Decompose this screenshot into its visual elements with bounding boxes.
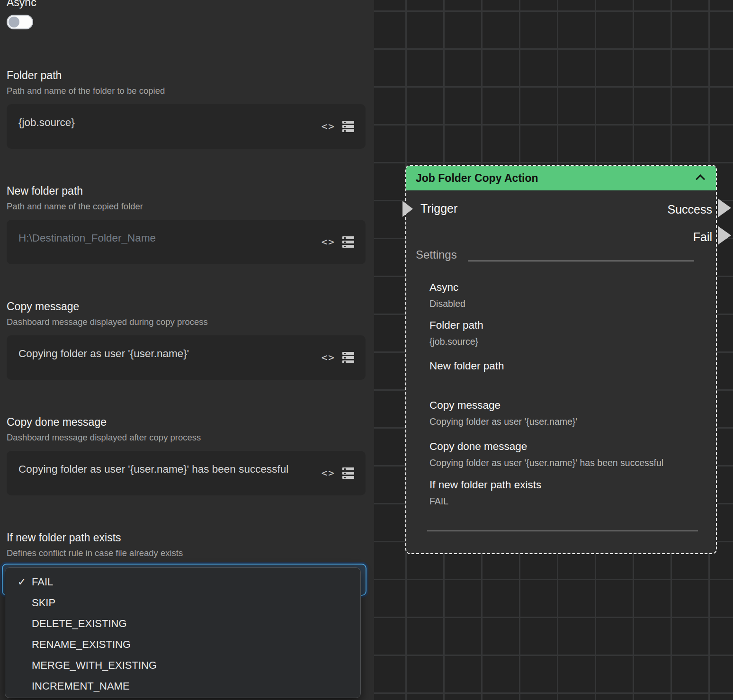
success-port-label: Success: [668, 203, 712, 216]
node-setting-copy-message: Copy message Copying folder as user '{us…: [429, 399, 706, 427]
dropdown-option-rename-existing[interactable]: RENAME_EXISTING: [5, 634, 360, 655]
folder-path-label: Folder path: [7, 69, 62, 82]
copy-message-value[interactable]: Copying folder as user '{user.name}': [18, 345, 313, 362]
new-folder-path-placeholder[interactable]: H:\Destination_Folder_Name: [18, 230, 313, 247]
variable-list-icon[interactable]: [342, 352, 354, 363]
job-folder-copy-action-node[interactable]: Job Folder Copy Action Trigger Success F…: [405, 165, 717, 554]
settings-section-label: Settings: [416, 248, 457, 261]
dropdown-option-skip[interactable]: SKIP: [5, 592, 360, 613]
input-actions: <>: [322, 352, 354, 363]
copy-done-message-value[interactable]: Copying folder as user '{user.name}' has…: [18, 461, 313, 478]
node-title: Job Folder Copy Action: [416, 172, 538, 185]
variable-list-icon[interactable]: [342, 236, 354, 248]
folder-path-description: Path and name of the folder to be copied: [7, 86, 165, 96]
copy-message-input[interactable]: Copying folder as user '{user.name}' <>: [7, 335, 366, 380]
node-header[interactable]: Job Folder Copy Action: [406, 166, 716, 190]
copy-message-label: Copy message: [7, 300, 79, 313]
dropdown-option-merge-with-existing[interactable]: MERGE_WITH_EXISTING: [5, 655, 360, 676]
trigger-port-arrow-icon[interactable]: [402, 201, 413, 217]
copy-done-message-label: Copy done message: [7, 416, 107, 429]
node-setting-copy-done-message: Copy done message Copying folder as user…: [429, 440, 706, 468]
new-folder-path-description: Path and name of the copied folder: [7, 201, 143, 212]
new-folder-path-label: New folder path: [7, 185, 83, 197]
expression-icon[interactable]: <>: [322, 122, 335, 132]
node-setting-folder-path: Folder path {job.source}: [429, 319, 706, 347]
expression-icon[interactable]: <>: [322, 353, 335, 363]
copy-done-message-input[interactable]: Copying folder as user '{user.name}' has…: [7, 451, 366, 495]
trigger-port-label: Trigger: [420, 202, 457, 215]
node-footer-divider: [427, 530, 698, 531]
node-setting-async: Async Disabled: [429, 281, 706, 309]
copy-done-message-description: Dashboard message displayed after copy p…: [7, 432, 201, 443]
input-actions: <>: [322, 121, 354, 132]
dropdown-option-increment-name[interactable]: INCREMENT_NAME: [5, 676, 360, 697]
dropdown-option-fail[interactable]: ✓ FAIL: [5, 572, 360, 592]
check-icon: ✓: [18, 572, 26, 592]
settings-divider: [468, 260, 694, 261]
conflict-rule-dropdown: ✓ FAIL SKIP DELETE_EXISTING RENAME_EXIST…: [5, 567, 361, 698]
collapse-chevron-icon[interactable]: [696, 174, 705, 184]
input-actions: <>: [322, 236, 354, 248]
copy-message-description: Dashboard message displayed during copy …: [7, 317, 208, 327]
expression-icon[interactable]: <>: [322, 468, 335, 478]
input-actions: <>: [322, 467, 354, 479]
fail-port-arrow-icon[interactable]: [718, 226, 731, 245]
new-folder-path-input[interactable]: H:\Destination_Folder_Name <>: [7, 220, 366, 264]
action-settings-panel: Async Folder path Path and name of the f…: [0, 0, 374, 700]
conflict-rule-description: Defines conflict rule in case file alrea…: [7, 548, 183, 558]
node-setting-conflict-rule: If new folder path exists FAIL: [429, 479, 706, 507]
folder-path-input[interactable]: {job.source} <>: [7, 104, 366, 149]
expression-icon[interactable]: <>: [322, 237, 335, 247]
node-setting-new-folder-path: New folder path: [429, 360, 706, 377]
variable-list-icon[interactable]: [342, 467, 354, 479]
toggle-knob: [9, 17, 19, 27]
dropdown-option-delete-existing[interactable]: DELETE_EXISTING: [5, 613, 360, 634]
async-toggle[interactable]: [7, 15, 33, 29]
variable-list-icon[interactable]: [342, 121, 354, 132]
folder-path-value[interactable]: {job.source}: [18, 114, 313, 131]
success-port-arrow-icon[interactable]: [718, 198, 731, 217]
async-label: Async: [7, 0, 36, 9]
fail-port-label: Fail: [693, 230, 712, 244]
conflict-rule-label: If new folder path exists: [7, 531, 121, 544]
